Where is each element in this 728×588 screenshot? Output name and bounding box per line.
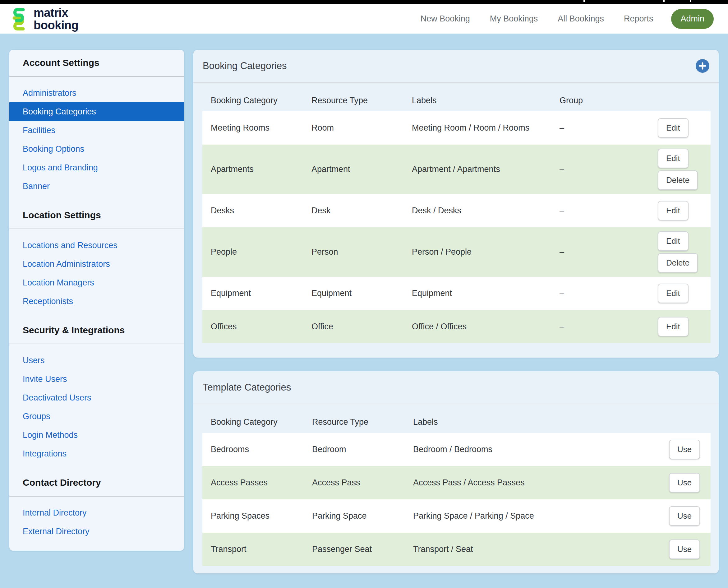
table-row: ApartmentsApartmentApartment / Apartment… <box>202 145 711 194</box>
edit-button[interactable]: Edit <box>658 201 688 220</box>
logo-word-matrix: matrix <box>34 6 78 19</box>
booking-categories-table: Booking CategoryResource TypeLabelsGroup… <box>202 83 711 358</box>
sidebar-item-location-managers[interactable]: Location Managers <box>9 273 184 292</box>
delete-button[interactable]: Delete <box>658 253 698 273</box>
settings-sidebar: Account SettingsAdministratorsBooking Ca… <box>9 50 184 551</box>
admin-button[interactable]: Admin <box>671 9 714 29</box>
page-title: Booking Categories <box>203 60 287 71</box>
logo-text: matrix booking <box>34 6 78 31</box>
plus-icon <box>699 62 707 70</box>
sidebar-item-login-methods[interactable]: Login Methods <box>9 426 184 444</box>
column-header-booking-category: Booking Category <box>211 417 312 427</box>
row-actions: EditDelete <box>658 227 711 277</box>
cell-resource-type: Person <box>312 247 412 257</box>
sidebar-item-locations-and-resources[interactable]: Locations and Resources <box>9 236 184 255</box>
app-header: matrix booking New BookingMy BookingsAll… <box>0 4 728 34</box>
sidebar-section-title: Account Settings <box>9 50 184 76</box>
nav-new-booking[interactable]: New Booking <box>421 14 470 24</box>
use-button[interactable]: Use <box>669 506 700 526</box>
sidebar-section-contact-directory: Contact DirectoryInternal DirectoryExter… <box>9 463 184 541</box>
row-actions: Use <box>669 436 711 463</box>
sidebar-section-items: Locations and ResourcesLocation Administ… <box>9 229 184 311</box>
topbar-artifact <box>690 0 691 2</box>
sidebar-item-integrations[interactable]: Integrations <box>9 444 184 463</box>
cell-booking-category: Desks <box>211 206 312 215</box>
cell-resource-type: Office <box>312 322 412 332</box>
edit-button[interactable]: Edit <box>658 118 688 138</box>
table-row: Meeting RoomsRoomMeeting Room / Room / R… <box>202 111 711 145</box>
logo-word-booking: booking <box>34 19 78 31</box>
booking-categories-panel: Booking Categories Booking CategoryResou… <box>193 50 719 358</box>
topbar-artifact <box>583 0 585 2</box>
cell-labels: Bedroom / Bedrooms <box>413 445 669 454</box>
row-actions: Edit <box>658 197 711 225</box>
cell-booking-category: Bedrooms <box>211 445 312 454</box>
cell-booking-category: Apartments <box>211 165 312 174</box>
sidebar-item-banner[interactable]: Banner <box>9 177 184 195</box>
row-actions: Use <box>669 469 711 497</box>
column-header-resource-type: Resource Type <box>312 417 413 427</box>
sidebar-item-groups[interactable]: Groups <box>9 407 184 426</box>
sidebar-section-items: UsersInvite UsersDeactivated UsersGroups… <box>9 344 184 463</box>
delete-button[interactable]: Delete <box>658 170 698 190</box>
table-row: Access PassesAccess PassAccess Pass / Ac… <box>202 466 711 499</box>
use-button[interactable]: Use <box>669 473 700 492</box>
sidebar-item-receptionists[interactable]: Receptionists <box>9 292 184 311</box>
cell-labels: Equipment <box>412 289 559 298</box>
column-header-resource-type: Resource Type <box>312 96 412 105</box>
sidebar-item-internal-directory[interactable]: Internal Directory <box>9 503 184 522</box>
sidebar-section-items: AdministratorsBooking CategoriesFaciliti… <box>9 77 184 195</box>
use-button[interactable]: Use <box>669 540 700 559</box>
cell-group: – <box>559 289 658 298</box>
edit-button[interactable]: Edit <box>658 231 688 251</box>
app-logo[interactable]: matrix booking <box>9 6 78 31</box>
sidebar-item-booking-categories[interactable]: Booking Categories <box>9 102 184 121</box>
panel-header: Template Categories <box>193 371 719 404</box>
edit-button[interactable]: Edit <box>658 317 688 336</box>
sidebar-section-account-settings: Account SettingsAdministratorsBooking Ca… <box>9 50 184 195</box>
edit-button[interactable]: Edit <box>658 149 688 168</box>
row-actions: Use <box>669 536 711 563</box>
cell-labels: Person / People <box>412 247 559 257</box>
sidebar-section-security-and-integrations: Security & IntegrationsUsersInvite Users… <box>9 311 184 463</box>
add-category-button[interactable] <box>696 59 709 73</box>
row-actions: Edit <box>658 279 711 307</box>
column-header-labels: Labels <box>412 96 559 105</box>
sidebar-item-invite-users[interactable]: Invite Users <box>9 370 184 388</box>
sidebar-item-administrators[interactable]: Administrators <box>9 84 184 102</box>
cell-resource-type: Passenger Seat <box>312 544 413 554</box>
column-header-labels: Labels <box>413 417 711 427</box>
cell-group: – <box>559 123 658 133</box>
nav-all-bookings[interactable]: All Bookings <box>558 14 604 24</box>
section-title: Template Categories <box>203 382 291 393</box>
edit-button[interactable]: Edit <box>658 284 688 303</box>
topbar-artifact <box>663 0 665 2</box>
cell-group: – <box>559 206 658 215</box>
sidebar-section-title: Contact Directory <box>9 463 184 496</box>
cell-labels: Desk / Desks <box>412 206 559 215</box>
sidebar-item-booking-options[interactable]: Booking Options <box>9 140 184 158</box>
table-row: TransportPassenger SeatTransport / SeatU… <box>202 533 711 566</box>
table-row: EquipmentEquipmentEquipment–Edit <box>202 277 711 310</box>
sidebar-item-facilities[interactable]: Facilities <box>9 121 184 140</box>
cell-labels: Parking Space / Parking / Space <box>413 511 669 521</box>
sidebar-item-deactivated-users[interactable]: Deactivated Users <box>9 388 184 407</box>
nav-my-bookings[interactable]: My Bookings <box>490 14 538 24</box>
cell-resource-type: Room <box>312 123 412 133</box>
sidebar-item-logos-and-branding[interactable]: Logos and Branding <box>9 158 184 177</box>
table-row: PeoplePersonPerson / People–EditDelete <box>202 227 711 277</box>
sidebar-section-title: Security & Integrations <box>9 311 184 343</box>
cell-resource-type: Equipment <box>312 289 412 298</box>
nav-reports[interactable]: Reports <box>624 14 654 24</box>
cell-group: – <box>559 322 658 332</box>
cell-resource-type: Bedroom <box>312 445 413 454</box>
sidebar-item-location-administrators[interactable]: Location Administrators <box>9 255 184 273</box>
sidebar-item-users[interactable]: Users <box>9 351 184 370</box>
use-button[interactable]: Use <box>669 440 700 459</box>
table-row: Parking SpacesParking SpaceParking Space… <box>202 499 711 533</box>
sidebar-section-title: Location Settings <box>9 195 184 229</box>
cell-booking-category: Meeting Rooms <box>211 123 312 133</box>
sidebar-item-external-directory[interactable]: External Directory <box>9 522 184 541</box>
template-categories-table: Booking CategoryResource TypeLabelsBedro… <box>202 404 711 573</box>
cell-labels: Meeting Room / Room / Rooms <box>412 123 559 133</box>
